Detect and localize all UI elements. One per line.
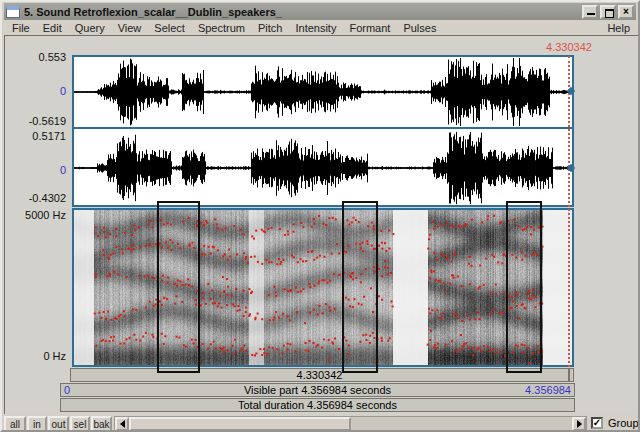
annotation-box-1	[157, 201, 200, 373]
maximize-icon	[605, 9, 614, 18]
spectrogram-min-frequency-label: 0 Hz	[2, 350, 66, 362]
menu-item-spectrum[interactable]: Spectrum	[198, 22, 245, 34]
timebar-total-duration[interactable]: Total duration 4.356984 seconds	[60, 398, 575, 412]
check-icon: ✓	[593, 418, 601, 428]
close-button[interactable]: ×	[618, 5, 634, 19]
menu-item-pitch[interactable]: Pitch	[258, 22, 282, 34]
zoom-in-button[interactable]: in	[27, 416, 47, 432]
timebar-cursor-right-stub[interactable]	[569, 368, 574, 382]
visible-end-time: 4.356984	[525, 384, 571, 397]
menu-item-formant[interactable]: Formant	[349, 22, 390, 34]
zoom-sel-button[interactable]: sel	[70, 416, 90, 432]
scrollbar-thumb[interactable]	[129, 417, 351, 431]
channel2-zero-label[interactable]: 0	[2, 164, 66, 176]
annotation-box-2	[342, 201, 378, 373]
spectrogram-max-frequency-label: 5000 Hz	[2, 209, 66, 221]
menu-item-pulses[interactable]: Pulses	[403, 22, 436, 34]
channel1-min-label: -0.5619	[2, 115, 66, 127]
cursor-time-label: 4.330342	[509, 41, 629, 53]
scroll-right-button[interactable]	[572, 417, 586, 431]
menu-item-query[interactable]: Query	[75, 22, 105, 34]
channel2-max-label: 0.5171	[2, 130, 66, 142]
menu-item-view[interactable]: View	[118, 22, 142, 34]
group-label: Group	[608, 417, 639, 429]
waveform-channel-2[interactable]	[74, 131, 572, 205]
close-icon: ×	[623, 7, 629, 17]
channel1-zero-label[interactable]: 0	[2, 85, 66, 97]
scroll-left-arrow-icon	[120, 420, 125, 428]
spectrogram-with-formant-dots[interactable]	[74, 210, 572, 365]
menu-bar: File Edit Query View Select Spectrum Pit…	[4, 20, 636, 35]
menu-item-file[interactable]: File	[12, 22, 30, 34]
scroll-right-arrow-icon	[577, 420, 582, 428]
waveform-channel-1[interactable]	[74, 57, 572, 127]
menu-item-edit[interactable]: Edit	[43, 22, 62, 34]
visible-start-time: 0	[64, 384, 70, 397]
total-duration-label: Total duration 4.356984 seconds	[238, 399, 397, 411]
timebar-cursor-time: 4.330342	[297, 369, 343, 381]
group-checkbox[interactable]: ✓	[591, 417, 603, 429]
channel-divider	[72, 127, 574, 129]
menu-item-intensity[interactable]: Intensity	[295, 22, 336, 34]
zoom-all-button[interactable]: all	[4, 416, 26, 432]
cursor-line[interactable]	[568, 56, 570, 367]
maximize-button[interactable]	[600, 5, 616, 19]
zoom-bak-button[interactable]: bak	[91, 416, 112, 432]
menu-item-help[interactable]: Help	[607, 22, 636, 34]
title-bar[interactable]: 5. Sound Retroflexion_scalar__Dublin_spe…	[4, 3, 636, 20]
timebar-cursor-segment[interactable]: 4.330342	[70, 368, 569, 382]
visible-part-label: Visible part 4.356984 seconds	[244, 384, 391, 396]
horizontal-scrollbar[interactable]	[114, 416, 587, 432]
window-icon	[6, 6, 20, 18]
channel2-min-label: -0.4302	[2, 192, 66, 204]
scroll-left-button[interactable]	[115, 417, 129, 431]
timebar-visible-part[interactable]: 0 Visible part 4.356984 seconds 4.356984	[60, 383, 575, 397]
praat-sound-editor-window: 5. Sound Retroflexion_scalar__Dublin_spe…	[0, 0, 640, 432]
channel1-max-label: 0.553	[2, 51, 66, 63]
minimize-button[interactable]	[582, 5, 598, 19]
menu-item-select[interactable]: Select	[154, 22, 185, 34]
annotation-box-3	[506, 201, 542, 373]
minimize-icon	[587, 13, 595, 15]
zoom-out-button[interactable]: out	[48, 416, 69, 432]
window-title: 5. Sound Retroflexion_scalar__Dublin_spe…	[24, 6, 582, 18]
